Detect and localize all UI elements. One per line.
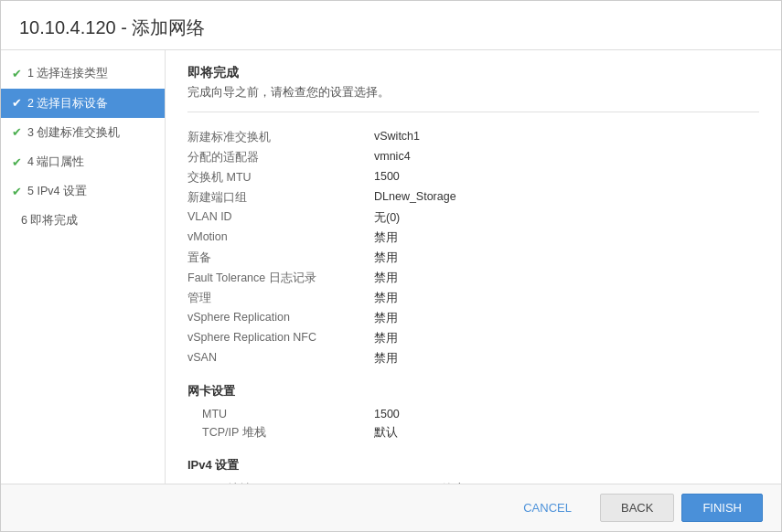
nic-settings-table: MTU 1500 TCP/IP 堆栈 默认	[187, 405, 759, 442]
cancel-button[interactable]: CANCEL	[502, 494, 593, 522]
setting-label: 管理	[187, 288, 370, 308]
sidebar: ✔ 1 选择连接类型 ✔ 2 选择目标设备 ✔ 3 创建标准交换机 ✔ 4 端口…	[1, 50, 166, 484]
dialog-header: 10.10.4.120 - 添加网络	[1, 1, 781, 50]
nic-section-header: 网卡设置	[187, 383, 759, 399]
main-content: 即将完成 完成向导之前，请检查您的设置选择。 新建标准交换机 vSwitch1 …	[166, 50, 781, 484]
table-row: MTU 1500	[187, 405, 759, 422]
setting-value: 禁用	[370, 228, 759, 248]
content-subtitle: 完成向导之前，请检查您的设置选择。	[187, 85, 759, 112]
setting-value: 禁用	[370, 308, 759, 328]
setting-value: vmnic4	[370, 147, 759, 167]
setting-label: Fault Tolerance 日志记录	[187, 268, 370, 288]
sidebar-item-4[interactable]: ✔ 4 端口属性	[1, 148, 165, 177]
sidebar-label-1: 1 选择连接类型	[27, 66, 108, 82]
check-icon-3: ✔	[12, 124, 22, 141]
table-row: vSAN 禁用	[187, 348, 759, 368]
sidebar-label-4: 4 端口属性	[27, 154, 84, 171]
setting-value: 禁用	[370, 328, 759, 348]
sidebar-item-6[interactable]: 6 即将完成	[1, 207, 165, 236]
check-icon-2: ✔	[12, 95, 22, 112]
setting-value: 1500	[370, 167, 759, 187]
table-row: vSphere Replication NFC 禁用	[187, 328, 759, 348]
sidebar-item-5[interactable]: ✔ 5 IPv4 设置	[1, 177, 165, 207]
setting-value: 禁用	[370, 268, 759, 288]
setting-value: 默认	[370, 422, 759, 442]
check-icon-1: ✔	[12, 66, 22, 82]
setting-label: TCP/IP 堆栈	[187, 422, 370, 442]
ipv4-section-header: IPv4 设置	[187, 457, 759, 473]
content-title: 即将完成	[187, 65, 759, 81]
setting-label: 置备	[187, 248, 370, 268]
sidebar-item-2[interactable]: ✔ 2 选择目标设备	[1, 89, 165, 118]
sidebar-label-3: 3 创建标准交换机	[27, 125, 120, 142]
setting-label: vMotion	[187, 228, 370, 248]
setting-value: 禁用	[370, 248, 759, 268]
table-row: vMotion 禁用	[187, 228, 759, 248]
setting-label: vSphere Replication NFC	[187, 328, 370, 348]
setting-label: 交换机 MTU	[187, 167, 370, 187]
setting-label: 新建标准交换机	[187, 127, 370, 147]
setting-label: vSAN	[187, 348, 370, 368]
table-row: 交换机 MTU 1500	[187, 167, 759, 187]
sidebar-label-5: 5 IPv4 设置	[27, 184, 87, 200]
setting-label: vSphere Replication	[187, 308, 370, 328]
setting-label: 分配的适配器	[187, 147, 370, 167]
sidebar-item-1[interactable]: ✔ 1 选择连接类型	[1, 59, 165, 89]
dialog-body: ✔ 1 选择连接类型 ✔ 2 选择目标设备 ✔ 3 创建标准交换机 ✔ 4 端口…	[1, 50, 781, 484]
dialog: 10.10.4.120 - 添加网络 ✔ 1 选择连接类型 ✔ 2 选择目标设备…	[0, 0, 782, 532]
table-row: Fault Tolerance 日志记录 禁用	[187, 268, 759, 288]
table-row: vSphere Replication 禁用	[187, 308, 759, 328]
sidebar-label-6: 6 即将完成	[21, 213, 78, 229]
sidebar-label-2: 2 选择目标设备	[27, 96, 108, 112]
setting-value: vSwitch1	[370, 127, 759, 147]
dialog-footer: CANCEL BACK FINISH	[1, 484, 781, 531]
setting-value: DLnew_Storage	[370, 187, 759, 207]
setting-value: 禁用	[370, 288, 759, 308]
table-row: 新建标准交换机 vSwitch1	[187, 127, 759, 147]
check-icon-4: ✔	[12, 154, 22, 171]
setting-value: 禁用	[370, 348, 759, 368]
table-row: 分配的适配器 vmnic4	[187, 147, 759, 167]
table-row: 新建端口组 DLnew_Storage	[187, 187, 759, 207]
table-row: 管理 禁用	[187, 288, 759, 308]
setting-value: 1500	[370, 405, 759, 422]
main-settings-table: 新建标准交换机 vSwitch1 分配的适配器 vmnic4 交换机 MTU 1…	[187, 127, 759, 368]
finish-button[interactable]: FINISH	[681, 494, 763, 522]
table-row: VLAN ID 无(0)	[187, 207, 759, 228]
back-button[interactable]: BACK	[600, 494, 674, 522]
sidebar-item-3[interactable]: ✔ 3 创建标准交换机	[1, 118, 165, 147]
dialog-title: 10.10.4.120 - 添加网络	[19, 16, 763, 40]
setting-label: MTU	[187, 405, 370, 422]
setting-label: VLAN ID	[187, 207, 370, 228]
check-icon-5: ✔	[12, 184, 22, 200]
table-row: TCP/IP 堆栈 默认	[187, 422, 759, 442]
setting-value: 无(0)	[370, 207, 759, 228]
setting-label: 新建端口组	[187, 187, 370, 207]
table-row: 置备 禁用	[187, 248, 759, 268]
